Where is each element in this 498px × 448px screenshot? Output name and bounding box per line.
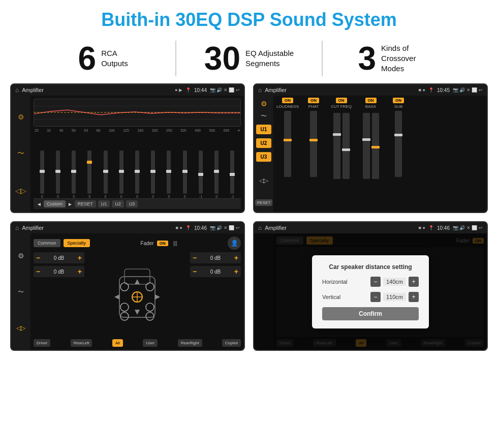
cx-u3-btn[interactable]: U3 [256,152,271,162]
eq-prev-icon[interactable]: ◄ [37,201,42,207]
slider-thumb-13 [230,173,235,176]
freq-100: 100 [109,129,115,132]
slider-3[interactable]: 0 [66,151,81,198]
eq-custom-btn[interactable]: Custom [44,200,66,207]
slider-val-8: 0 [152,195,154,198]
svg-point-10 [120,303,129,311]
slider-5[interactable]: 0 [98,151,113,198]
crossover-screen-card: ⌂ Amplifier ■ ● 📍 10:45 📷 🔊 ✕ ⬜ ↩ ⚙ 〜 U1… [253,83,488,213]
freq-250: 250 [166,129,172,132]
fader-minus-2[interactable]: − [36,267,40,276]
freq-630: 630 [224,129,230,132]
fader-content-area: − 0 dB + − 0 dB + [34,252,241,337]
sub-slider[interactable] [395,111,402,177]
dialog-home-icon: ⌂ [258,224,262,231]
eq-next-icon[interactable]: ► [68,201,73,207]
fader-minus-3[interactable]: − [193,254,197,262]
svg-marker-18 [155,294,160,300]
stat-label-crossover: Kinds ofCrossover Modes [381,43,432,74]
cx-sub: ON SUB [386,98,411,177]
slider-13[interactable]: -1 [225,151,240,198]
horizontal-minus-btn[interactable]: − [370,277,381,287]
cx-u2-btn[interactable]: U2 [256,138,271,148]
rearleft-btn[interactable]: RearLeft [71,339,92,347]
slider-track-6 [119,151,123,194]
cx-topbar-icons: 📷 🔊 ✕ ⬜ ↩ [453,87,483,93]
slider-2[interactable]: 0 [50,151,65,198]
sub-on-badge: ON [393,98,404,103]
slider-10[interactable]: 0 [177,151,192,198]
fader-minus-1[interactable]: − [36,254,40,262]
eq-main-area: 25 32 40 50 63 80 100 125 160 200 250 32… [30,96,244,212]
cx-sidebar: ⚙ 〜 U1 U2 U3 ◁▷ RESET [254,96,273,212]
driver-btn[interactable]: Driver [34,339,50,347]
fader-plus-1[interactable]: + [78,254,82,262]
slider-1[interactable]: 0 [35,151,49,198]
user-btn[interactable]: User [143,339,158,347]
eq-topbar-icons: 📷 🔊 ✕ ⬜ ↩ [210,87,240,93]
slider-7[interactable]: 0 [130,151,144,198]
eq-u1-btn[interactable]: U1 [98,200,110,207]
eq-sidebar-icon-wave: 〜 [17,149,24,158]
slider-4[interactable]: 5 [82,151,97,198]
slider-6[interactable]: 0 [114,151,129,198]
phat-thumb [309,139,318,141]
slider-thumb-7 [135,170,140,173]
rearright-btn[interactable]: RearRight [178,339,202,347]
specialty-tab-btn[interactable]: Specialty [64,239,90,247]
stat-label-rca: RCAOutputs [101,48,128,69]
freq-500: 500 [209,129,215,132]
fader-db-val-2: 0 dB [42,269,76,275]
copilot-btn[interactable]: Copilot [222,339,241,347]
eq-u3-btn[interactable]: U3 [126,200,138,207]
fader-plus-2[interactable]: + [78,267,82,276]
fader-car-diagram [87,252,187,337]
slider-track-9 [167,151,171,194]
fader-plus-4[interactable]: + [234,267,238,276]
slider-thumb-2 [55,170,60,173]
eq-sidebar-icon-eq: ⚙ [18,113,24,121]
fader-plus-3[interactable]: + [234,254,238,262]
all-btn[interactable]: All [112,339,123,347]
slider-9[interactable]: 0 [162,151,176,198]
slider-track-1 [40,151,44,194]
horizontal-plus-btn[interactable]: + [409,277,419,287]
eq-reset-btn[interactable]: RESET [75,200,96,207]
bass-slider-f[interactable] [363,113,370,179]
fader-person-icon-btn[interactable]: 👤 [228,236,241,250]
slider-val-6: 0 [120,195,122,198]
cutfreq-on-badge: ON [336,98,347,103]
eq-u2-btn[interactable]: U2 [112,200,124,207]
slider-11[interactable]: -1 [193,151,208,198]
slider-track-12 [214,151,219,194]
horizontal-value: 140cm [383,278,406,286]
slider-8[interactable]: 0 [146,151,161,198]
dialog-topbar-dots: ■ ● [419,225,425,230]
dialog-overlay: Car speaker distance setting Horizontal … [254,233,487,350]
vertical-minus-btn[interactable]: − [370,292,381,302]
cutfreq-slider-g[interactable] [333,113,340,179]
phat-slider[interactable] [310,111,317,177]
fader-screen-card: ⌂ Amplifier ■ ● 📍 10:46 📷 🔊 ✕ ⬜ ↩ ⚙ 〜 ◁▷… [10,221,245,351]
bass-slider-g[interactable] [372,113,379,179]
fader-db-val-4: 0 dB [199,269,232,275]
cx-u1-btn[interactable]: U1 [256,125,271,134]
loudness-slider[interactable] [284,111,291,177]
eq-topbar: ⌂ Amplifier ● ▶ 📍 10:44 📷 🔊 ✕ ⬜ ↩ [11,84,244,96]
confirm-button[interactable]: Confirm [322,307,419,320]
slider-val-3: 0 [73,195,75,198]
fader-minus-4[interactable]: − [193,267,197,276]
fader-on-badge: ON [157,241,168,246]
slider-track-3 [72,151,76,194]
svg-point-7 [146,312,154,320]
slider-12[interactable]: 0 [209,151,224,198]
cutfreq-slider-f[interactable] [343,113,350,179]
slider-track-11 [199,151,203,194]
bass-on-badge: ON [365,98,377,103]
vertical-plus-btn[interactable]: + [409,292,419,302]
common-tab-btn[interactable]: Common [34,239,60,247]
fader-db-row-3: − 0 dB + [190,252,241,263]
cx-reset-label[interactable]: RESET [255,199,273,206]
slider-thumb-11 [198,173,203,176]
svg-point-9 [146,283,154,291]
